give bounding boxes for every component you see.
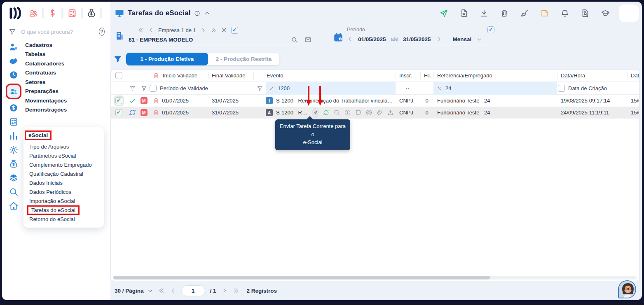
row-checkbox[interactable] — [115, 109, 122, 116]
sidebar-item-demonstracoes[interactable]: Demonstrações — [25, 105, 110, 115]
assistant-avatar[interactable] — [618, 280, 636, 298]
submenu-tipo-de-arquivos[interactable]: Tipo de Arquivos — [23, 142, 104, 151]
last-company-icon[interactable] — [211, 27, 217, 33]
view-task-icon[interactable] — [333, 109, 340, 116]
referencia-filter-input[interactable]: 24 — [433, 82, 557, 95]
trash-icon[interactable] — [500, 9, 509, 18]
broom-icon[interactable] — [520, 9, 529, 18]
sidebar-search-input[interactable] — [20, 28, 95, 35]
submenu-dados-iniciais[interactable]: Dados Iniciais — [23, 178, 104, 187]
submenu-parametros-esocial[interactable]: Parâmetros eSocial — [23, 151, 104, 160]
table-row[interactable]: M 01/07/2025 31/07/2025 A S-1200 - Remun… — [111, 107, 639, 119]
moneybag-module-icon[interactable] — [87, 8, 96, 18]
attachment-icon[interactable] — [376, 109, 383, 116]
period-start[interactable]: 01/05/2025 — [358, 36, 386, 42]
sidebar-item-tabelas[interactable]: Tabelas — [25, 50, 110, 59]
evento-filter-input[interactable]: 1200 — [266, 82, 396, 95]
first-page-icon[interactable] — [158, 287, 165, 294]
home-icon[interactable] — [9, 201, 19, 211]
info-icon[interactable] — [194, 10, 200, 16]
row-trash-icon[interactable] — [152, 109, 159, 116]
prev-period-icon[interactable] — [347, 36, 353, 42]
select-all-checkbox[interactable] — [115, 72, 122, 79]
col-fil[interactable]: Fil. — [420, 72, 433, 79]
close-icon[interactable] — [221, 27, 227, 33]
col-referencia[interactable]: Referência/Empregado — [433, 72, 557, 79]
handshake-icon[interactable] — [9, 56, 19, 66]
sidebar-item-colaboradores[interactable]: Colaboradores — [25, 59, 110, 68]
task-info-icon[interactable] — [344, 109, 351, 116]
submenu-complemento-empregado[interactable]: Complemento Empregado — [23, 160, 104, 169]
company-search-icon[interactable] — [291, 36, 298, 43]
resend-task-icon[interactable] — [323, 109, 330, 116]
note-icon[interactable] — [540, 9, 549, 18]
clear-filter-icon[interactable] — [437, 86, 442, 91]
last-page-icon[interactable] — [233, 287, 239, 294]
periodo-validade-checkbox[interactable] — [150, 85, 157, 92]
gear-icon[interactable] — [9, 145, 19, 155]
submenu-dados-periodicos[interactable]: Dados Periódicos — [23, 187, 104, 196]
submenu-tarefas-do-esocial[interactable]: Tarefas do eSocial — [23, 205, 104, 214]
graduation-cap-icon[interactable] — [601, 9, 610, 18]
company-checkbox[interactable] — [231, 27, 238, 34]
sidebar-item-setores[interactable]: Setores — [25, 77, 110, 87]
sidebar-item-preparacoes[interactable]: Preparações — [25, 87, 110, 96]
sidebar-item-esocial[interactable]: eSocial — [26, 132, 50, 139]
people-module-icon[interactable] — [28, 8, 38, 18]
tab-producao-restrita[interactable]: 2 - Produção Restrita — [206, 53, 280, 65]
page-number-input[interactable] — [181, 285, 205, 296]
col-inicio-validade[interactable]: Início Validade — [162, 72, 208, 79]
tab-producao-efetiva[interactable]: 1 - Produção Efetiva — [126, 53, 208, 65]
header-trash-icon[interactable] — [152, 72, 159, 79]
prev-company-icon[interactable] — [148, 27, 154, 33]
dollar-circle-icon[interactable] — [9, 103, 19, 113]
layers-icon[interactable] — [9, 173, 19, 183]
col-evento[interactable]: Evento — [266, 72, 396, 79]
filter-funnel-icon[interactable] — [141, 85, 147, 91]
search-icon[interactable] — [9, 187, 19, 197]
table-row[interactable]: M 01/07/2025 31/07/2025 I S-1200 - Remun… — [111, 95, 639, 107]
document-search-icon[interactable] — [581, 9, 590, 18]
horizontal-scrollbar[interactable] — [113, 276, 637, 279]
envelope-icon[interactable] — [304, 36, 311, 43]
money-bag-icon[interactable] — [9, 159, 19, 169]
col-data-hora[interactable]: Data/Hora — [557, 72, 627, 79]
growth-icon[interactable] — [9, 131, 19, 141]
row-checkbox[interactable] — [115, 97, 122, 104]
period-checkbox[interactable] — [487, 26, 494, 33]
download-xml-icon[interactable] — [387, 109, 394, 116]
data-criacao-checkbox[interactable] — [558, 85, 565, 92]
next-company-icon[interactable] — [200, 27, 206, 33]
next-period-icon[interactable] — [436, 36, 442, 42]
col-inscr[interactable]: Inscr. — [396, 72, 420, 79]
accounting-module-icon[interactable] — [67, 8, 77, 18]
collapse-chevron-icon[interactable] — [204, 9, 211, 17]
clear-filter-icon[interactable] — [269, 86, 274, 91]
period-mode[interactable]: Mensal — [453, 36, 472, 42]
first-company-icon[interactable] — [138, 27, 144, 33]
assistant-icon[interactable] — [365, 109, 372, 116]
sidebar-item-movimentacoes[interactable]: Movimentações — [25, 96, 110, 105]
download-icon[interactable] — [480, 9, 489, 18]
sidebar-item-contratuais[interactable]: Contratuais — [25, 68, 110, 78]
submenu-retorno-do-esocial[interactable]: Retorno do eSocial — [23, 214, 104, 224]
prev-page-icon[interactable] — [170, 287, 176, 294]
user-avatar-placeholder[interactable] — [619, 5, 639, 22]
inscr-filter-chevron-icon[interactable] — [405, 86, 410, 91]
next-page-icon[interactable] — [221, 287, 228, 294]
calculator-icon[interactable] — [9, 117, 19, 127]
period-end[interactable]: 31/05/2025 — [403, 36, 431, 42]
help-icon[interactable]: ? — [99, 28, 105, 36]
submenu-importacao-esocial[interactable]: Importação eSocial — [23, 196, 104, 205]
submenu-qualificacao-cadastral[interactable]: Qualificação Cadastral — [23, 169, 104, 178]
sidebar-item-cadastros[interactable]: Cadastros — [25, 40, 110, 50]
send-icon[interactable] — [439, 9, 448, 18]
filter-funnel-icon[interactable] — [257, 85, 263, 91]
period-mode-chevron-icon[interactable] — [476, 36, 482, 42]
scrollbar-thumb[interactable] — [113, 276, 490, 279]
filter-funnel-icon[interactable] — [129, 85, 136, 91]
clock-icon[interactable] — [9, 70, 19, 80]
filter-icon[interactable] — [114, 55, 122, 63]
page-size-selector[interactable]: 30 / Página — [115, 288, 153, 294]
search-filter-icon[interactable] — [9, 28, 16, 35]
